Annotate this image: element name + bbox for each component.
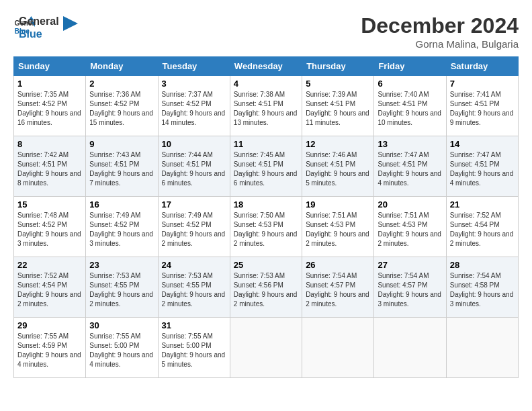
day-cell: 12Sunrise: 7:46 AM Sunset: 4:51 PM Dayli… <box>302 136 374 197</box>
day-info: Sunrise: 7:55 AM Sunset: 5:00 PM Dayligh… <box>89 332 154 369</box>
day-cell: 17Sunrise: 7:49 AM Sunset: 4:52 PM Dayli… <box>158 197 230 257</box>
day-cell: 22Sunrise: 7:52 AM Sunset: 4:54 PM Dayli… <box>14 257 86 318</box>
day-info: Sunrise: 7:54 AM Sunset: 4:57 PM Dayligh… <box>378 271 442 309</box>
day-cell: 4Sunrise: 7:38 AM Sunset: 4:51 PM Daylig… <box>230 76 302 136</box>
week-row-2: 8Sunrise: 7:42 AM Sunset: 4:51 PM Daylig… <box>14 136 519 197</box>
logo-line2: Blue <box>19 28 59 40</box>
day-number: 2 <box>89 79 154 89</box>
day-info: Sunrise: 7:43 AM Sunset: 4:51 PM Dayligh… <box>89 150 154 188</box>
day-number: 8 <box>17 139 82 149</box>
day-info: Sunrise: 7:55 AM Sunset: 4:59 PM Dayligh… <box>17 332 82 369</box>
day-info: Sunrise: 7:53 AM Sunset: 4:55 PM Dayligh… <box>162 271 226 309</box>
day-number: 10 <box>162 139 226 149</box>
day-cell: 24Sunrise: 7:53 AM Sunset: 4:55 PM Dayli… <box>158 257 230 318</box>
day-number: 3 <box>162 79 226 89</box>
day-number: 26 <box>306 260 370 270</box>
day-number: 29 <box>17 320 82 330</box>
week-row-4: 22Sunrise: 7:52 AM Sunset: 4:54 PM Dayli… <box>14 257 519 318</box>
day-cell: 7Sunrise: 7:41 AM Sunset: 4:51 PM Daylig… <box>446 76 518 136</box>
day-cell: 30Sunrise: 7:55 AM Sunset: 5:00 PM Dayli… <box>86 318 158 378</box>
day-cell <box>302 318 374 378</box>
svg-marker-4 <box>63 16 78 31</box>
day-number: 21 <box>450 199 515 210</box>
day-number: 1 <box>17 79 82 89</box>
page-header: General Blue General Blue December 2024 … <box>13 13 519 50</box>
day-number: 19 <box>306 199 370 210</box>
day-info: Sunrise: 7:37 AM Sunset: 4:52 PM Dayligh… <box>162 90 226 128</box>
day-info: Sunrise: 7:54 AM Sunset: 4:58 PM Dayligh… <box>450 271 515 309</box>
day-info: Sunrise: 7:45 AM Sunset: 4:51 PM Dayligh… <box>234 150 298 188</box>
day-cell: 31Sunrise: 7:55 AM Sunset: 5:00 PM Dayli… <box>158 318 230 378</box>
day-number: 4 <box>234 79 298 89</box>
day-number: 5 <box>306 79 370 89</box>
day-number: 6 <box>378 79 442 89</box>
week-row-1: 1Sunrise: 7:35 AM Sunset: 4:52 PM Daylig… <box>14 76 519 136</box>
day-info: Sunrise: 7:52 AM Sunset: 4:54 PM Dayligh… <box>450 211 515 248</box>
day-number: 11 <box>234 139 298 149</box>
day-cell: 5Sunrise: 7:39 AM Sunset: 4:51 PM Daylig… <box>302 76 374 136</box>
day-cell: 11Sunrise: 7:45 AM Sunset: 4:51 PM Dayli… <box>230 136 302 197</box>
day-cell: 27Sunrise: 7:54 AM Sunset: 4:57 PM Dayli… <box>374 257 446 318</box>
day-cell: 8Sunrise: 7:42 AM Sunset: 4:51 PM Daylig… <box>14 136 86 197</box>
day-cell: 28Sunrise: 7:54 AM Sunset: 4:58 PM Dayli… <box>446 257 518 318</box>
header-friday: Friday <box>374 57 446 76</box>
logo: General Blue General Blue <box>13 13 78 40</box>
day-cell: 3Sunrise: 7:37 AM Sunset: 4:52 PM Daylig… <box>158 76 230 136</box>
week-row-5: 29Sunrise: 7:55 AM Sunset: 4:59 PM Dayli… <box>14 318 519 378</box>
day-cell: 9Sunrise: 7:43 AM Sunset: 4:51 PM Daylig… <box>86 136 158 197</box>
day-cell: 29Sunrise: 7:55 AM Sunset: 4:59 PM Dayli… <box>14 318 86 378</box>
day-number: 31 <box>162 320 226 330</box>
calendar-table: SundayMondayTuesdayWednesdayThursdayFrid… <box>13 56 519 378</box>
location-subtitle: Gorna Malina, Bulgaria <box>361 38 519 50</box>
day-cell: 20Sunrise: 7:51 AM Sunset: 4:53 PM Dayli… <box>374 197 446 257</box>
day-cell: 21Sunrise: 7:52 AM Sunset: 4:54 PM Dayli… <box>446 197 518 257</box>
day-info: Sunrise: 7:55 AM Sunset: 5:00 PM Dayligh… <box>162 332 226 369</box>
day-number: 7 <box>450 79 515 89</box>
day-info: Sunrise: 7:39 AM Sunset: 4:51 PM Dayligh… <box>306 90 370 128</box>
day-number: 25 <box>234 260 298 270</box>
month-title: December 2024 <box>361 13 519 38</box>
day-cell <box>446 318 518 378</box>
header-wednesday: Wednesday <box>230 57 302 76</box>
day-number: 17 <box>162 199 226 210</box>
day-info: Sunrise: 7:41 AM Sunset: 4:51 PM Dayligh… <box>450 90 515 128</box>
day-info: Sunrise: 7:49 AM Sunset: 4:52 PM Dayligh… <box>89 211 154 248</box>
day-info: Sunrise: 7:48 AM Sunset: 4:52 PM Dayligh… <box>17 211 82 248</box>
day-info: Sunrise: 7:35 AM Sunset: 4:52 PM Dayligh… <box>17 90 82 128</box>
day-cell: 1Sunrise: 7:35 AM Sunset: 4:52 PM Daylig… <box>14 76 86 136</box>
day-cell <box>374 318 446 378</box>
day-info: Sunrise: 7:51 AM Sunset: 4:53 PM Dayligh… <box>378 211 442 248</box>
day-cell: 6Sunrise: 7:40 AM Sunset: 4:51 PM Daylig… <box>374 76 446 136</box>
day-info: Sunrise: 7:38 AM Sunset: 4:51 PM Dayligh… <box>234 90 298 128</box>
day-info: Sunrise: 7:52 AM Sunset: 4:54 PM Dayligh… <box>17 271 82 309</box>
header-saturday: Saturday <box>446 57 518 76</box>
day-number: 9 <box>89 139 154 149</box>
day-number: 14 <box>450 139 515 149</box>
day-number: 15 <box>17 199 82 210</box>
title-block: December 2024 Gorna Malina, Bulgaria <box>361 13 519 50</box>
day-info: Sunrise: 7:53 AM Sunset: 4:55 PM Dayligh… <box>89 271 154 309</box>
day-number: 24 <box>162 260 226 270</box>
day-info: Sunrise: 7:47 AM Sunset: 4:51 PM Dayligh… <box>450 150 515 188</box>
day-info: Sunrise: 7:44 AM Sunset: 4:51 PM Dayligh… <box>162 150 226 188</box>
day-number: 30 <box>89 320 154 330</box>
day-cell: 23Sunrise: 7:53 AM Sunset: 4:55 PM Dayli… <box>86 257 158 318</box>
header-sunday: Sunday <box>14 57 86 76</box>
day-info: Sunrise: 7:42 AM Sunset: 4:51 PM Dayligh… <box>17 150 82 188</box>
day-cell: 15Sunrise: 7:48 AM Sunset: 4:52 PM Dayli… <box>14 197 86 257</box>
day-number: 13 <box>378 139 442 149</box>
day-number: 18 <box>234 199 298 210</box>
header-monday: Monday <box>86 57 158 76</box>
day-cell: 10Sunrise: 7:44 AM Sunset: 4:51 PM Dayli… <box>158 136 230 197</box>
day-cell: 25Sunrise: 7:53 AM Sunset: 4:56 PM Dayli… <box>230 257 302 318</box>
header-row: SundayMondayTuesdayWednesdayThursdayFrid… <box>14 57 519 76</box>
header-tuesday: Tuesday <box>158 57 230 76</box>
logo-line1: General <box>19 15 59 28</box>
day-info: Sunrise: 7:51 AM Sunset: 4:53 PM Dayligh… <box>306 211 370 248</box>
day-info: Sunrise: 7:49 AM Sunset: 4:52 PM Dayligh… <box>162 211 226 248</box>
week-row-3: 15Sunrise: 7:48 AM Sunset: 4:52 PM Dayli… <box>14 197 519 257</box>
day-info: Sunrise: 7:53 AM Sunset: 4:56 PM Dayligh… <box>234 271 298 309</box>
day-number: 20 <box>378 199 442 210</box>
day-number: 27 <box>378 260 442 270</box>
day-number: 28 <box>450 260 515 270</box>
